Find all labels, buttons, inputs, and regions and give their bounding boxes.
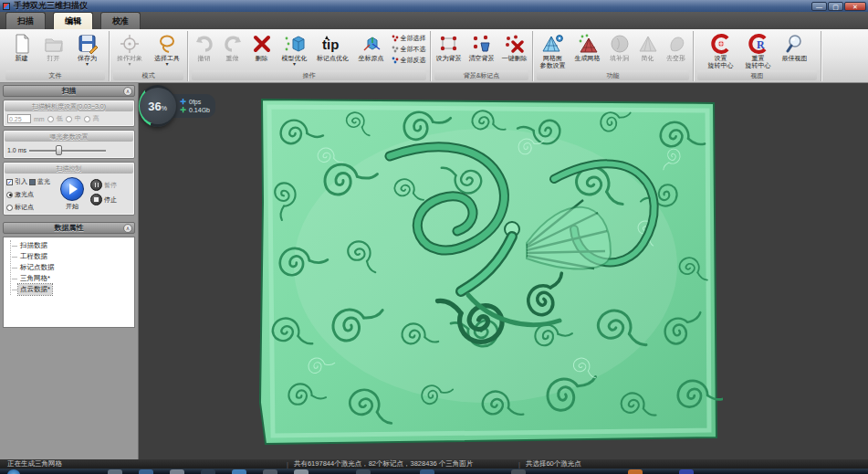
dropdown-arrow-icon: ▾ bbox=[165, 62, 168, 67]
save-as-icon bbox=[78, 33, 98, 55]
select-tool-button[interactable]: 选择工具 ▾ bbox=[149, 32, 185, 67]
tip-text-icon: tip bbox=[321, 33, 345, 55]
performance-widget: 36% ✛ 0fps ✛ 0.14Gb bbox=[139, 83, 215, 129]
close-button[interactable]: ✕ bbox=[844, 2, 866, 11]
minimize-button[interactable]: — bbox=[811, 2, 827, 11]
svg-text:R: R bbox=[757, 38, 765, 51]
maximize-button[interactable]: ▢ bbox=[828, 2, 843, 11]
taskbar-icon[interactable] bbox=[263, 469, 277, 474]
data-item[interactable]: 工程数据 bbox=[18, 251, 49, 262]
radio-mid[interactable] bbox=[66, 116, 72, 122]
collapse-icon[interactable]: ∧ bbox=[123, 87, 132, 96]
data-item[interactable]: 点云数据* bbox=[18, 284, 52, 295]
taskbar-icon[interactable] bbox=[679, 469, 694, 474]
new-button[interactable]: 新建 bbox=[6, 32, 37, 62]
rotation-reset-icon: R bbox=[748, 33, 769, 55]
taskbar-icon[interactable] bbox=[420, 469, 434, 474]
taskbar-icon[interactable] bbox=[139, 469, 153, 474]
clear-background-button[interactable]: 清空背景 bbox=[465, 32, 497, 62]
cube-axes-icon bbox=[361, 33, 382, 55]
radio-laser-point[interactable] bbox=[6, 192, 13, 198]
redo-button[interactable]: 重做 bbox=[219, 32, 246, 62]
ribbon-tab-row: 扫描 编辑 校准 bbox=[0, 12, 868, 29]
status-selection: 共选择60个激光点 bbox=[526, 459, 581, 469]
group-label-mode: 模式 bbox=[113, 70, 183, 80]
data-item[interactable]: 扫描数据 bbox=[18, 240, 49, 251]
taskbar-icon[interactable] bbox=[511, 469, 526, 474]
set-rotation-center-button[interactable]: 设置 旋转中心 bbox=[703, 32, 739, 69]
stop-button[interactable]: 停止 bbox=[90, 194, 117, 205]
delete-button[interactable]: 删除 bbox=[247, 32, 277, 62]
taskbar-icon[interactable] bbox=[356, 469, 371, 474]
windows-taskbar bbox=[0, 469, 868, 474]
status-counts: 共有6197844个激光点，82个标记点，3828436 个三角面片 bbox=[294, 459, 513, 469]
operate-object-button[interactable]: 操作对象 ▾ bbox=[111, 32, 148, 67]
viewport-3d[interactable]: 36% ✛ 0fps ✛ 0.14Gb bbox=[139, 83, 868, 459]
select-none-button[interactable]: 全部不选 bbox=[392, 45, 426, 54]
tab-calibrate[interactable]: 校准 bbox=[100, 12, 141, 29]
status-bar: 正在生成三角网格 | 共有6197844个激光点，82个标记点，3828436 … bbox=[0, 459, 868, 469]
stop-icon bbox=[90, 194, 102, 205]
slider-handle[interactable] bbox=[56, 145, 62, 155]
dropdown-arrow-icon: ▾ bbox=[128, 62, 131, 67]
generate-mesh-button[interactable]: 生成网格 bbox=[571, 32, 604, 62]
status-message: 正在生成三角网格 bbox=[7, 459, 281, 469]
select-all-button[interactable]: 全部选择 bbox=[392, 34, 426, 43]
invert-selection-button[interactable]: 全部反选 bbox=[392, 56, 426, 65]
remove-deform-button[interactable]: 去变形 bbox=[662, 32, 691, 62]
exposure-slider[interactable] bbox=[29, 144, 106, 155]
resolution-input[interactable] bbox=[7, 114, 31, 123]
start-orb[interactable] bbox=[7, 469, 20, 474]
open-button[interactable]: 打开 bbox=[38, 32, 69, 62]
taskbar-icon[interactable] bbox=[108, 469, 122, 474]
radio-high[interactable] bbox=[84, 116, 90, 122]
set-background-button[interactable]: 设为背景 bbox=[433, 32, 465, 62]
tab-edit[interactable]: 编辑 bbox=[53, 12, 93, 29]
taskbar-icon[interactable] bbox=[294, 469, 309, 474]
radio-marker-point[interactable] bbox=[6, 205, 13, 211]
data-list: 扫描数据 工程数据 标记点数据 三角网格* 点云数据* bbox=[3, 237, 135, 328]
delete-x-icon bbox=[252, 33, 272, 55]
blob-icon bbox=[666, 33, 686, 55]
title-bar: 手持双光三维扫描仪 — ▢ ✕ bbox=[0, 0, 868, 12]
plus-icon: ✛ bbox=[180, 106, 186, 114]
best-view-button[interactable]: 最佳视图 bbox=[778, 32, 812, 62]
taskbar-icon[interactable] bbox=[232, 469, 246, 474]
exposure-title: 曝光参数设置 bbox=[5, 132, 133, 142]
one-key-delete-button[interactable]: 一键删除 bbox=[498, 32, 530, 62]
model-optimize-button[interactable]: 模型优化 ▾ bbox=[277, 32, 312, 67]
mesh-params-button[interactable]: 网格面 参数设置 bbox=[536, 32, 570, 69]
save-as-button[interactable]: 保存为 ▾ bbox=[70, 32, 105, 67]
lasso-icon bbox=[157, 33, 177, 55]
fill-holes-button[interactable]: 填补洞 bbox=[605, 32, 634, 62]
gauge-percent: 36 bbox=[148, 100, 161, 113]
resolution-unit: mm bbox=[34, 116, 45, 122]
taskbar-icon[interactable] bbox=[170, 469, 184, 474]
select-all-stack: 全部选择 全部不选 全部反选 bbox=[390, 32, 428, 65]
undo-button[interactable]: 撤销 bbox=[191, 32, 218, 62]
taskbar-icon[interactable] bbox=[628, 469, 643, 474]
radio-low[interactable] bbox=[47, 116, 54, 122]
scan-model-relief[interactable] bbox=[253, 92, 723, 448]
marker-bucket-icon bbox=[472, 33, 492, 55]
taskbar-icon[interactable] bbox=[201, 469, 215, 474]
left-panel: 扫描 ∧ 扫描解析度设置(0.03~3.0) mm 低 中 高 曝光参数设置 1… bbox=[0, 83, 139, 459]
pause-icon bbox=[90, 179, 102, 191]
start-scan-button[interactable] bbox=[60, 177, 84, 201]
tab-scan[interactable]: 扫描 bbox=[5, 12, 46, 29]
ribbon-group-file: 新建 打开 保存为 ▾ 文件 bbox=[2, 31, 110, 81]
window-title: 手持双光三维扫描仪 bbox=[14, 0, 88, 12]
collapse-icon[interactable]: ∧ bbox=[123, 224, 132, 233]
marker-optimize-button[interactable]: tip 标记点优化 bbox=[313, 32, 353, 62]
exposure-value: 1.0 ms bbox=[7, 147, 26, 153]
memory-value: 0.14Gb bbox=[189, 106, 210, 114]
reset-rotation-center-button[interactable]: R 重置 旋转中心 bbox=[740, 32, 777, 69]
mesh-sparkle-icon bbox=[577, 33, 599, 55]
pause-button[interactable]: 暂停 bbox=[90, 179, 117, 191]
blue-light-icon[interactable] bbox=[29, 179, 36, 185]
simplify-button[interactable]: 简化 bbox=[635, 32, 661, 62]
data-item[interactable]: 标记点数据 bbox=[18, 262, 57, 273]
coordinate-origin-button[interactable]: 坐标原点 bbox=[354, 32, 389, 62]
data-item[interactable]: 三角网格* bbox=[18, 273, 52, 284]
checkbox-import[interactable]: ✓ bbox=[6, 179, 13, 185]
